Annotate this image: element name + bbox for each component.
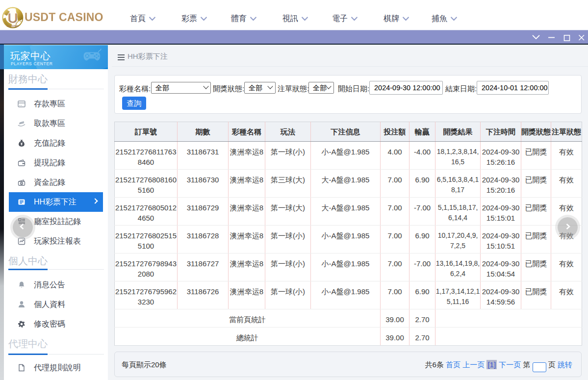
svg-text:CASINO: CASINO [6,25,19,27]
svg-text:U: U [7,10,18,26]
